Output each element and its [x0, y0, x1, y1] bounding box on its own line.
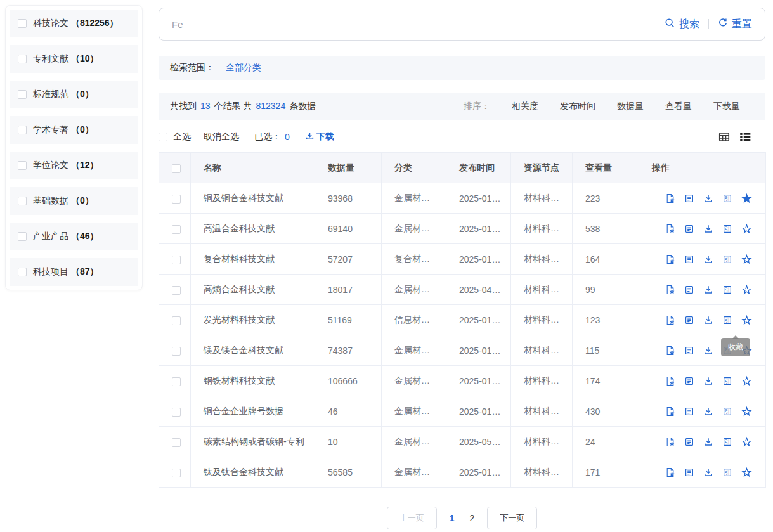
favorite-star-icon[interactable] — [741, 193, 752, 204]
sidebar-checkbox[interactable] — [18, 232, 27, 241]
svg-text:引: 引 — [725, 317, 731, 323]
doc-lines-icon[interactable] — [684, 224, 694, 234]
doc-star-icon[interactable] — [665, 376, 675, 386]
favorite-star-icon[interactable] — [741, 223, 752, 234]
doc-star-icon[interactable] — [665, 406, 675, 417]
doc-lines-icon[interactable] — [684, 376, 694, 386]
reset-button[interactable]: 重置 — [718, 18, 752, 31]
row-checkbox[interactable] — [172, 286, 181, 295]
citation-icon[interactable]: 引 — [722, 193, 732, 204]
row-checkbox[interactable] — [172, 377, 181, 386]
header-checkbox[interactable] — [172, 164, 181, 173]
doc-lines-icon[interactable] — [684, 346, 694, 356]
page-number-1[interactable]: 1 — [447, 513, 457, 523]
sidebar-checkbox[interactable] — [18, 90, 27, 99]
sort-option-3[interactable]: 查看量 — [665, 101, 692, 112]
sort-option-4[interactable]: 下载量 — [713, 101, 740, 112]
svg-text:引: 引 — [725, 408, 731, 415]
citation-icon[interactable]: 引 — [722, 315, 732, 325]
favorite-star-icon[interactable] — [741, 375, 752, 386]
sidebar-item-7[interactable]: 科技项目 （87） — [10, 258, 138, 286]
row-checkbox[interactable] — [172, 469, 181, 477]
citation-icon[interactable]: 引 — [722, 285, 732, 295]
row-checkbox[interactable] — [172, 256, 181, 264]
doc-lines-icon[interactable] — [684, 285, 694, 295]
row-name: 发光材料科技文献 — [191, 305, 315, 335]
download-row-icon[interactable] — [703, 346, 713, 356]
list-view-icon[interactable] — [739, 131, 751, 143]
doc-star-icon[interactable] — [665, 224, 675, 234]
download-row-icon[interactable] — [703, 254, 713, 264]
row-checkbox[interactable] — [172, 195, 181, 204]
download-selected-button[interactable]: 下载 — [305, 131, 334, 143]
doc-star-icon[interactable] — [665, 315, 675, 325]
sort-option-1[interactable]: 发布时间 — [560, 101, 595, 112]
citation-icon[interactable]: 引 — [722, 224, 732, 234]
sidebar-item-0[interactable]: 科技论文 （812256） — [10, 10, 138, 37]
sort-option-0[interactable]: 相关度 — [512, 101, 538, 112]
sidebar-item-6[interactable]: 产业产品 （46） — [10, 223, 138, 250]
favorite-star-icon[interactable] — [741, 315, 752, 325]
table-row-7: 铜合金企业牌号数据46金属材…2025-01…材料科…430引 — [159, 396, 766, 427]
row-checkbox[interactable] — [172, 225, 181, 234]
download-row-icon[interactable] — [703, 224, 713, 234]
doc-star-icon[interactable] — [665, 467, 675, 477]
favorite-star-icon[interactable] — [741, 254, 752, 264]
citation-icon[interactable]: 引 — [722, 376, 732, 386]
sidebar-checkbox[interactable] — [18, 19, 27, 28]
doc-star-icon[interactable] — [665, 193, 675, 204]
page-number-2[interactable]: 2 — [467, 513, 477, 523]
sidebar-item-4[interactable]: 学位论文 （12） — [10, 152, 138, 179]
download-row-icon[interactable] — [703, 376, 713, 386]
favorite-star-icon[interactable] — [741, 436, 752, 447]
select-all-checkbox[interactable] — [159, 133, 167, 141]
sidebar-item-1[interactable]: 专利文献 （10） — [10, 45, 138, 73]
sidebar-checkbox[interactable] — [18, 268, 27, 276]
row-checkbox[interactable] — [172, 316, 181, 325]
deselect-all-link[interactable]: 取消全选 — [204, 131, 239, 143]
doc-lines-icon[interactable] — [684, 193, 694, 204]
row-checkbox[interactable] — [172, 438, 181, 447]
download-row-icon[interactable] — [703, 315, 713, 325]
download-row-icon[interactable] — [703, 406, 713, 417]
citation-icon[interactable]: 引 — [722, 254, 732, 264]
sidebar-item-5[interactable]: 基础数据 （0） — [10, 187, 138, 215]
prev-page-button[interactable]: 上一页 — [387, 507, 437, 529]
sort-option-2[interactable]: 数据量 — [617, 101, 644, 112]
doc-star-icon[interactable] — [665, 346, 675, 356]
doc-star-icon[interactable] — [665, 285, 675, 295]
sidebar-checkbox[interactable] — [18, 161, 27, 170]
row-checkbox[interactable] — [172, 408, 181, 417]
doc-star-icon[interactable] — [665, 254, 675, 264]
row-checkbox[interactable] — [172, 347, 181, 356]
doc-lines-icon[interactable] — [684, 254, 694, 264]
row-category: 信息材… — [382, 305, 446, 335]
favorite-star-icon[interactable] — [741, 406, 752, 417]
select-all-link[interactable]: 全选 — [173, 131, 191, 143]
grid-view-icon[interactable] — [718, 131, 731, 143]
citation-icon[interactable]: 引 — [722, 406, 732, 417]
download-row-icon[interactable] — [703, 467, 713, 477]
doc-lines-icon[interactable] — [684, 437, 694, 447]
doc-star-icon[interactable] — [665, 437, 675, 447]
scope-all-categories-link[interactable]: 全部分类 — [226, 62, 261, 74]
svg-text:引: 引 — [725, 378, 731, 384]
next-page-button[interactable]: 下一页 — [487, 507, 537, 529]
search-input[interactable] — [172, 19, 665, 30]
sidebar-item-2[interactable]: 标准规范 （0） — [10, 81, 138, 108]
sidebar-item-3[interactable]: 学术专著 （0） — [10, 116, 138, 144]
citation-icon[interactable]: 引 — [722, 467, 732, 477]
doc-lines-icon[interactable] — [684, 467, 694, 477]
download-row-icon[interactable] — [703, 193, 713, 204]
sidebar-checkbox[interactable] — [18, 126, 27, 134]
sidebar-checkbox[interactable] — [18, 197, 27, 205]
download-row-icon[interactable] — [703, 437, 713, 447]
doc-lines-icon[interactable] — [684, 406, 694, 417]
sidebar-checkbox[interactable] — [18, 55, 27, 63]
search-button[interactable]: 搜索 — [665, 18, 699, 31]
doc-lines-icon[interactable] — [684, 315, 694, 325]
favorite-star-icon[interactable] — [741, 467, 752, 477]
favorite-star-icon[interactable] — [741, 284, 752, 295]
citation-icon[interactable]: 引 — [722, 437, 732, 447]
download-row-icon[interactable] — [703, 285, 713, 295]
